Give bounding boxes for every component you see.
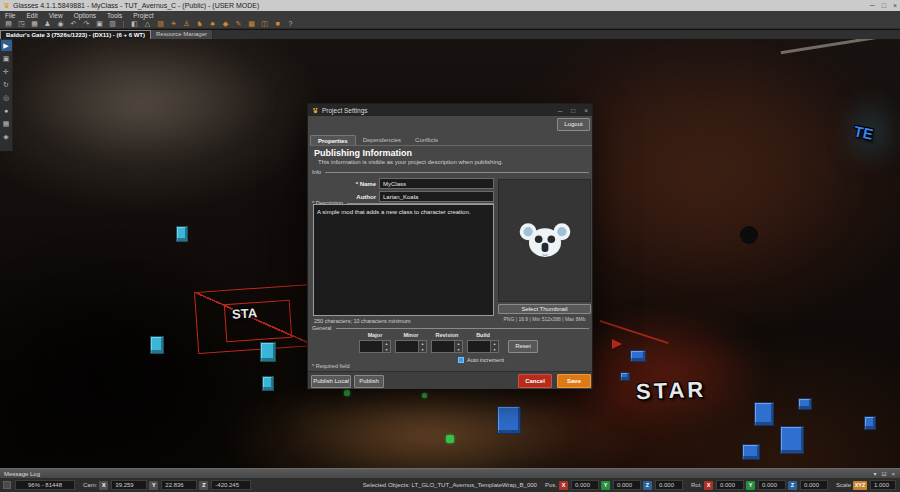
dialog-minimize-icon[interactable]: ─ xyxy=(558,107,563,114)
scene-marker-green[interactable] xyxy=(446,435,454,443)
scene-object-blue[interactable] xyxy=(798,398,812,410)
revision-spinner[interactable]: ▴▾ xyxy=(431,340,463,353)
build-spinner[interactable]: ▴▾ xyxy=(467,340,499,353)
save-button[interactable]: Save xyxy=(557,374,591,388)
maximize-icon[interactable]: □ xyxy=(882,0,886,11)
scene-object-blue[interactable] xyxy=(864,416,876,430)
menu-edit[interactable]: Edit xyxy=(26,12,37,19)
character-icon[interactable]: ♟ xyxy=(43,20,52,28)
undo-icon[interactable]: ↶ xyxy=(69,20,78,28)
minor-spinner[interactable]: ▴▾ xyxy=(395,340,427,353)
scene-object-blue[interactable] xyxy=(630,350,646,362)
prefab-icon[interactable]: ■ xyxy=(273,20,282,28)
cam-y-value[interactable]: 22.836 xyxy=(161,480,197,490)
terrain-icon[interactable]: △ xyxy=(143,20,152,28)
scene-marker-green[interactable] xyxy=(344,390,350,396)
vegetation-icon[interactable]: ♣ xyxy=(208,20,217,28)
viewport-tab-bar: Baldur's Gate 3 (7526s/1223) - (DX11) - … xyxy=(0,30,900,39)
dialog-titlebar[interactable]: Project Settings ─ □ × xyxy=(308,104,592,116)
layers-icon[interactable]: ▣ xyxy=(95,20,104,28)
scene-object-cyan[interactable] xyxy=(176,226,188,242)
tab-level[interactable]: Baldur's Gate 3 (7526s/1223) - (DX11) - … xyxy=(0,30,151,39)
new-project-icon[interactable]: ◳ xyxy=(17,20,26,28)
menu-tools[interactable]: Tools xyxy=(107,12,122,19)
cancel-button[interactable]: Cancel xyxy=(518,374,552,388)
monitor-icon[interactable]: ◧ xyxy=(130,20,139,28)
description-textarea[interactable]: A simple mod that adds a new class to ch… xyxy=(313,204,494,316)
tab-conflicts[interactable]: Conflicts xyxy=(408,135,445,145)
spin-down-icon[interactable]: ▾ xyxy=(455,347,462,353)
select-tool-icon[interactable]: ▶ xyxy=(1,40,12,51)
select-thumbnail-button[interactable]: Select Thumbnail xyxy=(498,304,591,314)
log-popout-icon[interactable]: ⊡ xyxy=(881,470,886,477)
scene-object-cyan[interactable] xyxy=(262,376,274,391)
tab-dependencies[interactable]: Dependencies xyxy=(356,135,408,145)
message-log-bar[interactable]: Message Log ▾ ⊡ × xyxy=(0,468,900,478)
dialog-close-icon[interactable]: × xyxy=(584,107,588,114)
spin-down-icon[interactable]: ▾ xyxy=(419,347,426,353)
spin-down-icon[interactable]: ▾ xyxy=(383,347,390,353)
atmosphere-icon[interactable]: ☀ xyxy=(169,20,178,28)
auto-increment-checkbox[interactable] xyxy=(458,357,464,363)
cam-z-value[interactable]: -420.245 xyxy=(211,480,251,490)
menu-view[interactable]: View xyxy=(49,12,63,19)
log-close-icon[interactable]: × xyxy=(891,471,895,477)
scene-object-cyan[interactable] xyxy=(260,342,276,362)
scene-object-blue[interactable] xyxy=(754,402,774,426)
logout-button[interactable]: Logout xyxy=(557,118,590,131)
landscape-icon[interactable]: ▨ xyxy=(156,20,165,28)
marquee-tool-icon[interactable]: ▣ xyxy=(1,53,12,64)
menu-project[interactable]: Project xyxy=(133,12,153,19)
rotate-tool-icon[interactable]: ↻ xyxy=(1,79,12,90)
grid-icon[interactable]: ▦ xyxy=(30,20,39,28)
log-collapse-icon[interactable]: ▾ xyxy=(873,470,876,477)
spin-down-icon[interactable]: ▾ xyxy=(491,347,498,353)
scene-object-blue[interactable] xyxy=(742,444,760,460)
scale-value[interactable]: 1.000 xyxy=(870,480,896,490)
visibility-tool-icon[interactable]: ● xyxy=(1,105,12,116)
rot-z-value[interactable]: 0.000 xyxy=(800,480,828,490)
scene-object-blue[interactable] xyxy=(497,406,521,434)
publish-button[interactable]: Publish xyxy=(354,375,384,388)
status-bar: 96% - 81448 Cam: X 39.259 Y 22.836 Z -42… xyxy=(0,478,900,492)
lighting-icon[interactable]: ◆ xyxy=(221,20,230,28)
minimize-icon[interactable]: ─ xyxy=(870,0,875,11)
tab-resource-manager[interactable]: Resource Manager xyxy=(151,30,213,39)
pos-z-value[interactable]: 0.000 xyxy=(655,480,683,490)
npc-icon[interactable]: ♙ xyxy=(182,20,191,28)
fence-icon[interactable]: ▩ xyxy=(247,20,256,28)
rot-y-badge: Y xyxy=(746,481,755,490)
scale-tool-icon[interactable]: ◎ xyxy=(1,92,12,103)
pos-x-value[interactable]: 0.000 xyxy=(571,480,599,490)
scene-object-blue[interactable] xyxy=(620,372,630,381)
close-icon[interactable]: × xyxy=(893,0,897,11)
snap-tool-icon[interactable]: ◈ xyxy=(1,131,12,142)
major-spinner[interactable]: ▴▾ xyxy=(359,340,391,353)
menu-options[interactable]: Options xyxy=(74,12,96,19)
redo-icon[interactable]: ↷ xyxy=(82,20,91,28)
thumbnail-constraints: PNG | 16:9 | Min 512x288 | Max 8Mb xyxy=(498,316,591,322)
reset-button[interactable]: Reset xyxy=(508,340,538,353)
dialog-maximize-icon[interactable]: □ xyxy=(571,107,575,114)
menu-file[interactable]: File xyxy=(5,12,15,19)
scene-object-cyan[interactable] xyxy=(150,336,164,354)
cam-x-value[interactable]: 39.259 xyxy=(111,480,147,490)
publish-local-button[interactable]: Publish Local xyxy=(311,375,351,388)
grid-tool-icon[interactable]: ▦ xyxy=(1,118,12,129)
scene-marker-green[interactable] xyxy=(422,393,427,398)
pos-y-value[interactable]: 0.000 xyxy=(613,480,641,490)
tab-properties[interactable]: Properties xyxy=(310,135,356,145)
help-icon[interactable]: ? xyxy=(286,20,295,28)
rot-y-value[interactable]: 0.000 xyxy=(758,480,786,490)
rot-x-value[interactable]: 0.000 xyxy=(716,480,744,490)
paint-icon[interactable]: ✎ xyxy=(234,20,243,28)
save-icon[interactable]: ▤ xyxy=(4,20,13,28)
viewport-icon[interactable]: ▥ xyxy=(108,20,117,28)
move-tool-icon[interactable]: ✛ xyxy=(1,66,12,77)
name-input[interactable] xyxy=(379,178,494,189)
creature-icon[interactable]: ♞ xyxy=(195,20,204,28)
scene-object-blue[interactable] xyxy=(780,426,804,454)
dialog-subheading: This information is visible as your proj… xyxy=(318,159,503,165)
stats-icon[interactable]: ◫ xyxy=(260,20,269,28)
camera-icon[interactable]: ◉ xyxy=(56,20,65,28)
